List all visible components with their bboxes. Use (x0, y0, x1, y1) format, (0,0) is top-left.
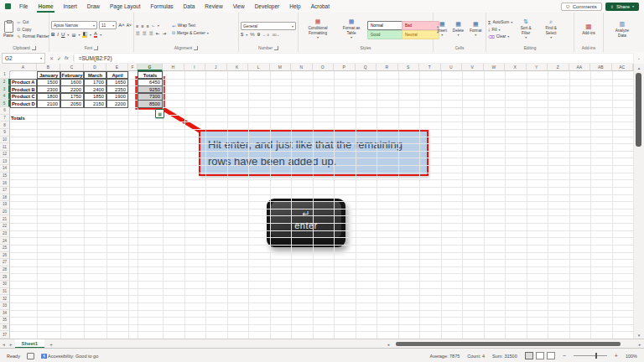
tab-draw[interactable]: Draw (82, 0, 105, 13)
name-box[interactable]: G2 ▾ (2, 53, 45, 64)
tab-developer[interactable]: Developer (250, 0, 285, 13)
row-header-2[interactable]: 2 (0, 79, 10, 86)
row-header-6[interactable]: 6 (0, 107, 10, 115)
add-sheet-button[interactable]: + (44, 342, 58, 347)
page-layout-view-icon[interactable] (536, 352, 544, 359)
row-header-30[interactable]: 30 (0, 281, 10, 288)
average-status[interactable]: Average: 7875 (430, 354, 460, 359)
dialog-launcher-icon[interactable] (94, 46, 98, 50)
italic-button[interactable]: I (57, 32, 59, 37)
column-header-P[interactable]: P (334, 64, 356, 71)
decrease-indent-icon[interactable]: ⇤ (156, 31, 160, 36)
tab-help[interactable]: Help (284, 0, 305, 13)
row-header-25[interactable]: 25 (0, 245, 10, 252)
cell-value[interactable]: 2200 (106, 100, 128, 107)
comma-format-button[interactable]: 9 (257, 32, 260, 37)
tab-formulas[interactable]: Formulas (146, 0, 179, 13)
row-header-33[interactable]: 33 (0, 303, 10, 310)
fill-color-button[interactable]: ◧ (82, 31, 87, 38)
column-header-A[interactable]: A (10, 64, 37, 71)
increase-indent-icon[interactable]: ⇥ (162, 31, 166, 36)
row-header-20[interactable]: 20 (0, 209, 10, 216)
row-header-16[interactable]: 16 (0, 179, 10, 187)
row-header-10[interactable]: 10 (0, 137, 10, 144)
column-header-T[interactable]: T (419, 64, 441, 71)
sheet-nav-left-icon[interactable]: ◂ (0, 342, 8, 347)
zoom-out-button[interactable]: − (563, 353, 566, 359)
percent-format-button[interactable]: % (250, 32, 254, 37)
format-as-table-button[interactable]: ▦ Format as Table▾ (337, 18, 366, 39)
macro-record-icon[interactable] (27, 353, 34, 359)
addins-button[interactable]: ▦ Add-ins (580, 23, 597, 35)
fill-button[interactable]: ⤓Fill▾ (488, 27, 512, 33)
column-header-W[interactable]: W (484, 64, 506, 71)
row-header-37[interactable]: 37 (0, 331, 10, 339)
row-header-9[interactable]: 9 (0, 129, 10, 137)
column-header-AC[interactable]: AC (612, 64, 634, 71)
column-header-V[interactable]: V (462, 64, 484, 71)
font-name-select[interactable]: Aptos Narrow▾ (51, 21, 97, 29)
comments-button[interactable]: 🗩 Comments (561, 3, 602, 11)
scroll-down-icon[interactable]: ▾ (634, 331, 644, 339)
row-header-21[interactable]: 21 (0, 215, 10, 223)
copy-button[interactable]: ⧉Copy (17, 27, 49, 33)
row-header-36[interactable]: 36 (0, 324, 10, 332)
cell-product-d[interactable]: Product D (10, 100, 37, 107)
style-normal[interactable]: Normal (367, 21, 405, 30)
autofill-options-button[interactable]: ▦ (155, 109, 164, 118)
column-header-H[interactable]: H (163, 64, 184, 71)
row-header-26[interactable]: 26 (0, 252, 10, 260)
tab-home[interactable]: Home (33, 0, 58, 13)
column-header-E[interactable]: E (106, 64, 128, 71)
row-header-14[interactable]: 14 (0, 165, 10, 173)
zoom-slider[interactable] (574, 355, 607, 356)
column-header-C[interactable]: C (60, 64, 84, 71)
align-top-icon[interactable]: ≡ (136, 23, 138, 28)
borders-button[interactable]: ⊞ (71, 32, 75, 38)
insert-function-icon[interactable]: fx (65, 55, 69, 60)
row-header-7[interactable]: 7 (0, 115, 10, 122)
delete-button[interactable]: ▦Delete▾ (451, 21, 465, 38)
tab-view[interactable]: View (228, 0, 250, 13)
row-header-28[interactable]: 28 (0, 266, 10, 274)
column-header-AB[interactable]: AB (590, 64, 612, 71)
zoom-slider-thumb[interactable] (595, 353, 597, 359)
row-header-1[interactable]: 1 (0, 71, 10, 79)
row-header-32[interactable]: 32 (0, 295, 10, 303)
increase-decimal-button[interactable]: ←.0 (262, 33, 269, 37)
dialog-launcher-icon[interactable] (194, 46, 198, 50)
column-header-AA[interactable]: AA (569, 64, 591, 71)
column-header-B[interactable]: B (37, 64, 60, 71)
sort-filter-button[interactable]: ⇅ Sort & Filter▾ (514, 18, 538, 39)
cell-value[interactable]: 2100 (37, 100, 60, 107)
row-header-5[interactable]: 5 (0, 100, 10, 107)
row-header-27[interactable]: 27 (0, 259, 10, 266)
column-header-L[interactable]: L (248, 64, 270, 71)
row-header-17[interactable]: 17 (0, 187, 10, 194)
column-header-Q[interactable]: Q (356, 64, 377, 71)
tab-page-layout[interactable]: Page Layout (105, 0, 146, 13)
dialog-launcher-icon[interactable] (274, 46, 278, 50)
row-header-34[interactable]: 34 (0, 310, 10, 318)
insert-button[interactable]: ▦Insert▾ (435, 21, 449, 38)
row-header-24[interactable]: 24 (0, 237, 10, 245)
page-break-view-icon[interactable] (547, 352, 555, 359)
row-header-3[interactable]: 3 (0, 85, 10, 93)
column-header-I[interactable]: I (184, 64, 206, 71)
column-header-K[interactable]: K (227, 64, 249, 71)
row-header-31[interactable]: 31 (0, 288, 10, 296)
tab-insert[interactable]: Insert (59, 0, 82, 13)
row-header-13[interactable]: 13 (0, 158, 10, 165)
align-center-icon[interactable]: ☰ (143, 31, 147, 36)
align-left-icon[interactable]: ☰ (136, 31, 140, 36)
tab-file[interactable]: File (14, 0, 33, 13)
find-select-button[interactable]: ⌕ Find & Select▾ (539, 18, 563, 39)
format-painter-button[interactable]: ✎Format Painter (17, 34, 49, 39)
zoom-level[interactable]: 100% (626, 354, 637, 359)
normal-view-icon[interactable] (525, 352, 533, 359)
column-header-D[interactable]: D (84, 64, 106, 71)
style-good[interactable]: Good (367, 30, 405, 39)
align-right-icon[interactable]: ☰ (149, 31, 153, 36)
tab-data[interactable]: Data (179, 0, 200, 13)
column-header-Z[interactable]: Z (548, 64, 569, 71)
